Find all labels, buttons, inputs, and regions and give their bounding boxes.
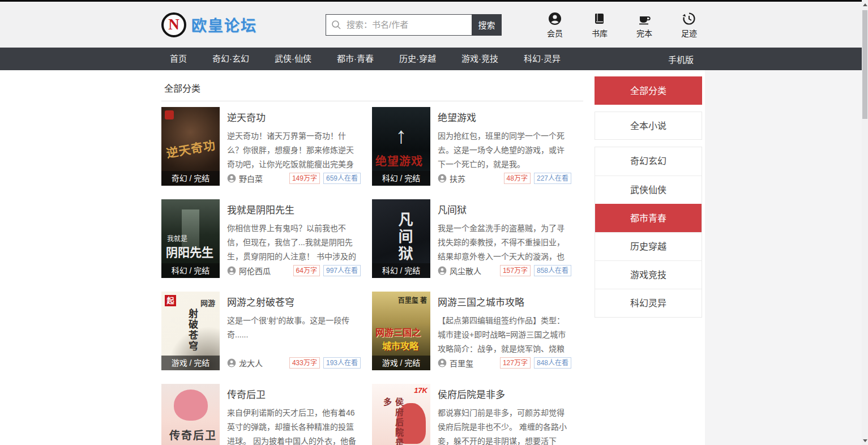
word-count-badge: 64万字 (293, 265, 320, 276)
member-link[interactable]: 会员 (543, 11, 567, 38)
footprints-label: 足迹 (681, 27, 697, 38)
cover-title-art: 凡间狱 (394, 212, 414, 263)
search-input[interactable] (326, 14, 472, 36)
book-cover[interactable]: 百里玺 著 网游三国之 城市攻略 游戏 / 完结 (372, 292, 430, 370)
vertical-scrollbar[interactable] (862, 0, 868, 445)
book-author: 风尘散人 (438, 265, 481, 276)
library-link[interactable]: 书库 (588, 11, 612, 38)
book-description: 你相信世界上有鬼吗？以前我也不信，但现在，我信了...我就是阴阳先生，贯穿阴阳的… (227, 221, 361, 264)
author-name: 扶苏 (450, 173, 465, 184)
sidebar-category-group: 奇幻玄幻 武侠仙侠 都市青春 历史穿越 游戏竞技 科幻灵异 (595, 147, 702, 318)
site-logo[interactable]: N 欧皇论坛 (161, 12, 257, 37)
cover-title-art-2: 城市攻略 (382, 339, 418, 352)
cover-subtitle-art: 我就是 (167, 233, 187, 243)
book-description: 我是一个金盆洗手的盗墓贼，为了寻找失踪的秦教授，不得不重操旧业，结果却意外卷入一… (438, 221, 571, 264)
search-button[interactable]: 搜索 (472, 14, 502, 36)
book-cover[interactable]: 传奇后卫 (161, 384, 220, 445)
cover-category-badge: 科幻 / 完结 (372, 263, 430, 278)
author-name: 野白菜 (239, 173, 263, 184)
cover-category-badge: 游戏 / 完结 (372, 356, 430, 370)
nav-item-home[interactable]: 首页 (170, 48, 187, 70)
book-title[interactable]: 逆天奇功 (227, 110, 361, 124)
sidebar-item-history[interactable]: 历史穿越 (595, 232, 702, 260)
book-author: 阿伦西瓜 (227, 265, 271, 276)
sidebar-item-wuxia[interactable]: 武侠仙侠 (595, 176, 702, 204)
book-grid: 逆天奇功 奇幻 / 完结 逆天奇功 逆天奇功！诸天万界第一奇功！什么？你很胖，想… (161, 101, 583, 445)
cover-title-art: 网游三国之 (375, 325, 421, 339)
nav-item-game[interactable]: 游戏·竞技 (461, 48, 498, 70)
cover-title-art: 传奇后卫 (169, 427, 217, 442)
book-title[interactable]: 侯府后院是非多 (438, 387, 571, 401)
sidebar-item-fantasy[interactable]: 奇幻玄幻 (595, 147, 702, 176)
book-icon (592, 11, 607, 26)
cover-title-art: 逆天奇功 (165, 136, 217, 161)
viewers-badge: 193人在看 (323, 357, 361, 369)
sidebar-item-game[interactable]: 游戏竞技 (595, 260, 702, 289)
book-cover[interactable]: 我就是 阴阳先生 科幻 / 完结 (161, 199, 220, 278)
header-quick-links: 会员 书库 完本 (543, 11, 702, 38)
scrollbar-thumb[interactable] (862, 10, 867, 119)
book-author: 扶苏 (438, 173, 465, 184)
member-label: 会员 (547, 27, 563, 38)
scrollbar-down-arrow[interactable] (862, 436, 868, 445)
nav-item-fantasy[interactable]: 奇幻·玄幻 (212, 48, 249, 70)
word-count-badge: 149万字 (289, 173, 320, 184)
nav-item-wuxia[interactable]: 武侠·仙侠 (275, 48, 311, 70)
sidebar-item-urban[interactable]: 都市青春 (595, 204, 702, 232)
viewers-badge: 997人在看 (323, 265, 361, 276)
book-list-section: 全部分类 逆天奇功 奇幻 / 完结 逆天奇功 逆天奇功！诸天万界第一奇功！什么？… (161, 70, 583, 445)
book-item: 起 网游 射破苍穹 游戏 / 完结 网游之射破苍穹 这是一个很‘射’的故事。这是… (161, 292, 372, 370)
viewers-badge: 848人在看 (534, 357, 571, 369)
finished-label: 完本 (636, 27, 652, 38)
book-author: 野白菜 (227, 173, 263, 184)
scrollbar-up-arrow[interactable] (862, 0, 868, 9)
cover-title-art: 阴阳先生 (166, 243, 213, 260)
book-item: 凡间狱 科幻 / 完结 凡间狱 我是一个金盆洗手的盗墓贼，为了寻找失踪的秦教授，… (372, 199, 583, 278)
site-header: N 欧皇论坛 搜索 会员 (0, 2, 862, 48)
book-title[interactable]: 网游之射破苍穹 (227, 294, 361, 309)
book-title[interactable]: 我就是阴阳先生 (227, 202, 361, 216)
nav-item-history[interactable]: 历史·穿越 (399, 48, 436, 70)
book-cover[interactable]: 逆天奇功 奇幻 / 完结 (161, 107, 220, 186)
author-avatar-icon (438, 358, 447, 367)
book-cover[interactable]: 凡间狱 科幻 / 完结 (372, 199, 430, 278)
book-description: 都说寡妇门前是非多，可颜苏却觉得侯府后院是非也不少。 难缠的各路小妾，躲不开的是… (438, 406, 571, 445)
sidebar-item-all-categories[interactable]: 全部分类 (595, 76, 702, 105)
logo-title: 欧皇论坛 (191, 14, 257, 36)
book-title[interactable]: 传奇后卫 (227, 387, 361, 401)
footprints-link[interactable]: 足迹 (677, 11, 701, 38)
search-box: 搜索 (326, 14, 502, 36)
book-title[interactable]: 网游三国之城市攻略 (438, 294, 571, 309)
author-name: 百里玺 (450, 357, 473, 369)
cover-category-badge: 科幻 / 完结 (161, 263, 220, 278)
book-cover[interactable]: 起 网游 射破苍穹 游戏 / 完结 (161, 292, 220, 370)
nav-item-mobile-version[interactable]: 手机版 (668, 53, 694, 65)
word-count-badge: 433万字 (289, 357, 320, 369)
author-name: 龙大人 (239, 357, 263, 369)
book-description: 这是一个很‘射’的故事。这是一段传奇...... (227, 314, 361, 356)
nav-item-scifi[interactable]: 科幻·灵异 (524, 48, 561, 70)
book-title[interactable]: 绝望游戏 (438, 110, 571, 124)
viewers-badge: 227人在看 (534, 173, 571, 184)
finished-link[interactable]: 完本 (632, 11, 656, 38)
book-cover[interactable]: ↑ 绝望游戏 科幻 / 完结 (372, 107, 430, 186)
book-item: 逆天奇功 奇幻 / 完结 逆天奇功 逆天奇功！诸天万界第一奇功！什么？你很胖，想… (161, 107, 372, 186)
cover-title-art: 射破苍穹 (185, 309, 199, 352)
sidebar-item-complete-novels[interactable]: 全本小说 (595, 112, 702, 140)
author-avatar-icon (438, 174, 447, 183)
author-avatar-icon (227, 174, 236, 183)
user-icon (548, 11, 562, 26)
author-name: 阿伦西瓜 (239, 265, 271, 276)
book-author: 龙大人 (227, 357, 263, 369)
author-avatar-icon (438, 266, 447, 275)
cover-subtitle-art: 网游 (200, 297, 215, 308)
sidebar-item-scifi[interactable]: 科幻灵异 (595, 289, 702, 317)
book-title[interactable]: 凡间狱 (438, 202, 571, 216)
nav-item-urban[interactable]: 都市·青春 (337, 48, 374, 70)
book-description: 【起点第四编辑组签约作品】类型：城市建设+即时战略=网游三国之城市攻略简介：战争… (438, 314, 571, 356)
word-count-badge: 127万字 (500, 357, 531, 369)
book-cover[interactable]: 17K 侯府后院是非多 (372, 384, 430, 445)
book-item: 我就是 阴阳先生 科幻 / 完结 我就是阴阳先生 你相信世界上有鬼吗？以前我也不… (161, 199, 372, 278)
cover-seal-icon: 起 (165, 295, 176, 306)
word-count-badge: 48万字 (504, 173, 531, 184)
